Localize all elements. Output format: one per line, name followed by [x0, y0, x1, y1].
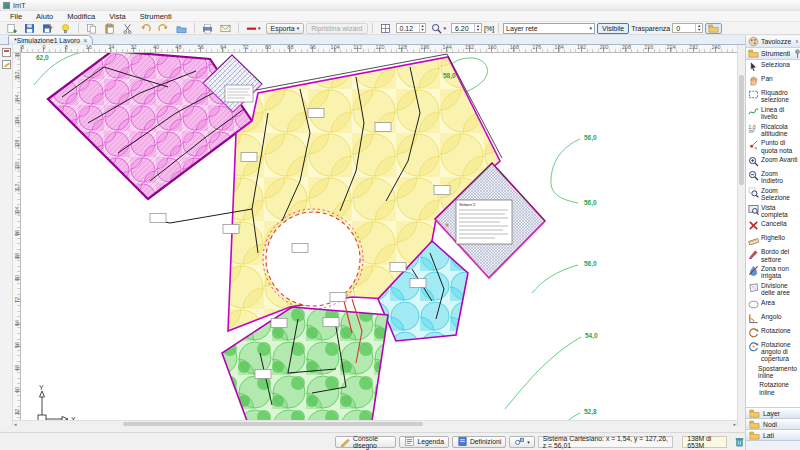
- export-button[interactable]: Esporta▾: [266, 23, 305, 34]
- toolbar-separator: [372, 23, 373, 33]
- tool-zoom-indietro[interactable]: Zoom Indietro: [746, 169, 800, 186]
- menu-file[interactable]: File: [4, 11, 28, 22]
- layer-folder-button[interactable]: [705, 23, 722, 34]
- palettes-header[interactable]: Tavolozze ›: [746, 36, 800, 48]
- tool-righello[interactable]: Righello: [746, 233, 800, 247]
- node-label-box[interactable]: [330, 293, 346, 302]
- menu-strumenti[interactable]: Strumenti: [134, 11, 178, 22]
- menu-vista[interactable]: Vista: [103, 11, 132, 22]
- pencil-strip-icon[interactable]: [2, 60, 11, 69]
- node-label-box[interactable]: [223, 225, 239, 234]
- drawing-canvas[interactable]: Settore 2: [21, 53, 737, 426]
- sector-green[interactable]: [222, 307, 388, 426]
- node-label-box[interactable]: [255, 370, 271, 379]
- tool-bordo-del-settore[interactable]: Bordo del settore: [746, 247, 800, 264]
- node-label-box[interactable]: [323, 318, 339, 327]
- tool-riquadro-selezione[interactable]: Riquadro selezione: [746, 88, 800, 105]
- email-button[interactable]: [217, 23, 234, 34]
- definitions-icon: [457, 436, 468, 448]
- open-folder-button[interactable]: [173, 23, 190, 34]
- document-tab[interactable]: *Simulazione1 Lavoro ×: [8, 35, 93, 45]
- layer-select[interactable]: Layer rete ▾: [503, 23, 595, 34]
- node-label-box[interactable]: [410, 279, 426, 288]
- scroll-right-arrow-icon[interactable]: ▸: [733, 421, 736, 427]
- save-button[interactable]: [21, 23, 38, 34]
- node-label-box[interactable]: [434, 186, 450, 195]
- zoom-spinner[interactable]: 6.20 ▲▼: [451, 23, 482, 33]
- paste-button[interactable]: [101, 23, 118, 34]
- copy-button[interactable]: [83, 23, 100, 34]
- line-style-dropdown[interactable]: ▾: [243, 23, 264, 34]
- tool-area[interactable]: Area: [746, 298, 800, 312]
- tool-rotazione[interactable]: Rotazione: [746, 326, 800, 340]
- definitions-button[interactable]: Definizioni: [452, 436, 506, 448]
- vertical-scroll-thumb[interactable]: [739, 75, 744, 185]
- transparency-spinner[interactable]: 0 ▲▼: [672, 23, 703, 33]
- tab-close-icon[interactable]: ×: [83, 37, 87, 44]
- snap-step-spinner[interactable]: 0.12 ▲▼: [396, 23, 427, 33]
- tool-punto-di-quota-nota[interactable]: qPunto di quota nota: [746, 138, 800, 155]
- ruler-label: 88: [14, 248, 20, 264]
- scroll-left-arrow-icon[interactable]: ◂: [14, 421, 17, 427]
- tool-zoom-avanti[interactable]: Zoom Avanti: [746, 155, 800, 169]
- grid-snap-button[interactable]: [377, 23, 394, 34]
- node-label-box[interactable]: [375, 123, 391, 132]
- save-icon: [24, 23, 35, 34]
- redo-button[interactable]: [155, 23, 172, 34]
- node-label-box[interactable]: [390, 263, 406, 272]
- restore-wizard-button[interactable]: Ripristina wizard: [306, 23, 367, 34]
- ruler-label: 24: [104, 45, 118, 50]
- tool-ricalcola-altitudine[interactable]: 1,0m³Ricalcola altitudine: [746, 122, 800, 139]
- visible-toggle[interactable]: Visibile: [597, 23, 629, 34]
- panel-layer[interactable]: Layer: [746, 408, 800, 419]
- tool-label: Cancella: [761, 220, 787, 227]
- horizontal-scrollbar[interactable]: ◂ ▸: [13, 420, 737, 426]
- new-document-button[interactable]: [3, 23, 20, 34]
- tool-zoom-selezione[interactable]: Zoom Selezione: [746, 186, 800, 203]
- percent-label: [%]: [484, 25, 494, 32]
- spinner-arrows[interactable]: ▲▼: [419, 24, 426, 32]
- tool-linea-di-livello[interactable]: Linea di livello: [746, 105, 800, 122]
- horizontal-scroll-thumb[interactable]: [123, 422, 423, 426]
- tool-divisione-delle-aree[interactable]: Divisione delle aree: [746, 281, 800, 298]
- ruler-label: 136: [418, 45, 432, 50]
- node-label-box[interactable]: [150, 214, 166, 223]
- tool-pan[interactable]: Pan: [746, 74, 800, 88]
- node-label-box[interactable]: [292, 244, 308, 253]
- spinner-arrows[interactable]: ▲▼: [695, 24, 702, 32]
- node-style-dropdown[interactable]: ▾: [509, 436, 535, 448]
- spinner-arrows[interactable]: ▲▼: [474, 24, 481, 32]
- node-label-box[interactable]: [271, 319, 287, 328]
- wizard-bulb-button[interactable]: [57, 23, 74, 34]
- tools-panel-header[interactable]: Strumenti: [746, 48, 800, 60]
- tool-cancella[interactable]: Cancella: [746, 219, 800, 233]
- ruler-label: 72: [14, 292, 20, 308]
- ruler-label: 48: [171, 45, 185, 50]
- panel-lati[interactable]: Lati: [746, 430, 800, 441]
- sector-border-icon: [748, 248, 759, 260]
- note-strip-icon[interactable]: [2, 48, 11, 57]
- svg-text:m³: m³: [749, 128, 755, 134]
- cut-button[interactable]: [119, 23, 136, 34]
- tool-spostamento-inline[interactable]: Spostamento inline: [746, 364, 800, 381]
- node-label-box[interactable]: [241, 153, 257, 162]
- zoom-dropdown[interactable]: ▾: [428, 23, 449, 34]
- tool-vista-completa[interactable]: Vista completa: [746, 203, 800, 220]
- vertical-scrollbar[interactable]: [737, 45, 745, 426]
- console-button[interactable]: Console disegno: [335, 436, 396, 448]
- node-label-box[interactable]: [308, 109, 324, 118]
- horizontal-ruler: -808162432404856647280889610411212012813…: [21, 45, 737, 53]
- legend-button[interactable]: Legenda: [399, 436, 448, 448]
- tool-rotazione-angolo-di-copertura[interactable]: Rotazione angolo di copertura: [746, 340, 800, 364]
- tool-angolo[interactable]: Angolo: [746, 312, 800, 326]
- tool-rotazione-inline[interactable]: Rotazione inline: [746, 380, 800, 397]
- menu-modifica[interactable]: Modifica: [61, 11, 101, 22]
- panel-nodi[interactable]: Nodi: [746, 419, 800, 430]
- tool-zona-non-irrigata[interactable]: Zona non irrigata: [746, 264, 800, 281]
- print-button[interactable]: [199, 23, 216, 34]
- undo-button[interactable]: [137, 23, 154, 34]
- menu-aiuto[interactable]: Aiuto: [30, 11, 59, 22]
- save-as-button[interactable]: [39, 23, 56, 34]
- tool-seleziona[interactable]: Seleziona: [746, 60, 800, 74]
- cut-icon: [122, 23, 133, 34]
